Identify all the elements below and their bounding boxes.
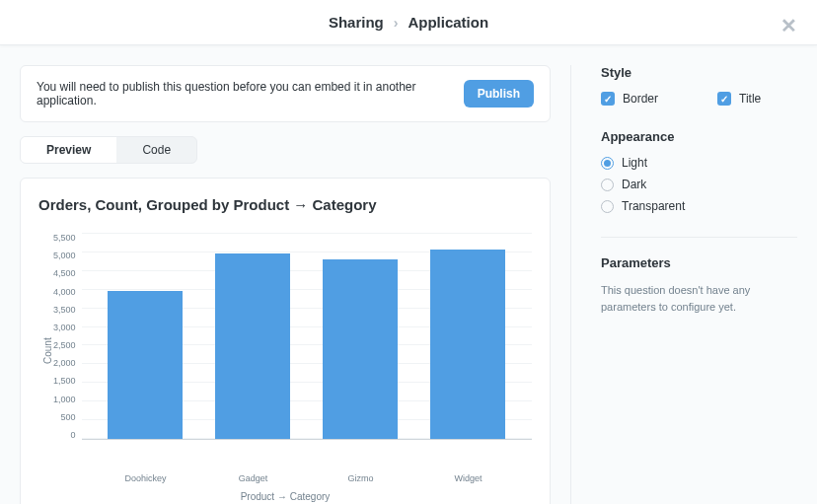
left-column: You will need to publish this question b… [20, 65, 551, 504]
radio-icon [601, 200, 614, 213]
divider [601, 237, 797, 238]
style-heading: Style [601, 65, 797, 80]
check-icon: ✓ [717, 92, 731, 106]
style-checkboxes: ✓ Border ✓ Title [601, 92, 797, 106]
appearance-heading: Appearance [601, 129, 797, 144]
y-tick: 4,500 [53, 268, 76, 278]
y-tick: 2,500 [53, 340, 76, 350]
y-tick: 4,000 [53, 287, 76, 297]
chevron-right-icon: › [394, 15, 399, 31]
border-checkbox[interactable]: ✓ Border [601, 92, 658, 106]
y-tick: 1,000 [53, 395, 76, 404]
crumb-application: Application [408, 14, 488, 31]
chart-area: Count 5,5005,0004,5004,0003,5003,0002,50… [38, 233, 532, 469]
view-tabs: Preview Code [20, 136, 197, 164]
y-axis-label: Count [38, 233, 53, 469]
preview-card: Orders, Count, Grouped by Product → Cate… [20, 178, 551, 504]
title-checkbox[interactable]: ✓ Title [717, 92, 761, 106]
parameters-text: This question doesn't have any parameter… [601, 282, 797, 315]
y-tick: 0 [71, 430, 76, 440]
tab-preview[interactable]: Preview [21, 137, 116, 163]
x-axis-label: Product → Category [38, 491, 532, 502]
x-tick: Widget [431, 473, 506, 483]
breadcrumb: Sharing › Application [329, 14, 488, 31]
check-icon: ✓ [601, 92, 615, 106]
bar-gadget[interactable] [215, 253, 290, 439]
radio-light[interactable]: Light [601, 156, 797, 170]
publish-bar: You will need to publish this question b… [20, 65, 551, 122]
y-tick: 1,500 [53, 376, 76, 386]
bar-doohickey[interactable] [108, 291, 183, 439]
radio-icon [601, 157, 614, 170]
y-tick: 2,000 [53, 358, 76, 368]
y-tick: 3,000 [53, 323, 76, 332]
publish-message: You will need to publish this question b… [37, 80, 464, 108]
parameters-heading: Parameters [601, 255, 797, 270]
crumb-sharing[interactable]: Sharing [329, 14, 384, 31]
right-column: Style ✓ Border ✓ Title Appearance Light … [570, 65, 797, 504]
content: You will need to publish this question b… [0, 45, 817, 504]
y-tick: 3,500 [53, 305, 76, 315]
appearance-radios: Light Dark Transparent [601, 156, 797, 213]
radio-dark[interactable]: Dark [601, 178, 797, 191]
x-axis-ticks: DoohickeyGadgetGizmoWidget [82, 473, 532, 483]
publish-button[interactable]: Publish [464, 80, 534, 108]
y-tick: 5,500 [53, 233, 76, 243]
bars [82, 233, 532, 439]
bar-gizmo[interactable] [323, 259, 398, 439]
plot [82, 233, 532, 440]
radio-icon [601, 179, 614, 191]
y-tick: 5,000 [53, 251, 76, 260]
bar-widget[interactable] [430, 250, 505, 439]
chart-title: Orders, Count, Grouped by Product → Cate… [38, 196, 532, 213]
modal-header: Sharing › Application ✕ [0, 0, 817, 45]
y-tick: 500 [61, 412, 76, 422]
radio-transparent[interactable]: Transparent [601, 199, 797, 213]
close-icon[interactable]: ✕ [780, 14, 797, 37]
y-axis-ticks: 5,5005,0004,5004,0003,5003,0002,5002,000… [53, 233, 82, 440]
x-axis-row: DoohickeyGadgetGizmoWidget [38, 473, 532, 483]
x-tick: Gadget [216, 473, 291, 483]
x-tick: Doohickey [109, 473, 184, 483]
tab-code[interactable]: Code [116, 137, 196, 163]
x-tick: Gizmo [324, 473, 399, 483]
